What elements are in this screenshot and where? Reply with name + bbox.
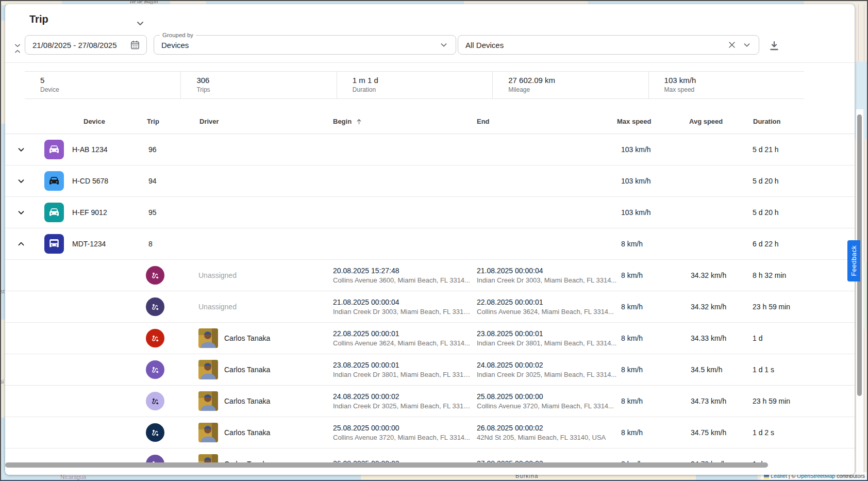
chevron-down-icon[interactable] (134, 17, 146, 29)
trip-begin: 20.08.2025 15:27:48 Collins Avenue 3600,… (333, 267, 471, 285)
column-header-driver[interactable]: Driver (199, 118, 219, 125)
trip-route-icon (146, 297, 164, 316)
trip-max-speed: 8 km/h (621, 397, 643, 405)
column-header-duration[interactable]: Duration (753, 118, 780, 125)
chevron-down-icon[interactable] (14, 207, 28, 218)
column-header-avg-speed[interactable]: Avg speed (689, 118, 723, 125)
trip-row[interactable]: Unassigned 21.08.2025 00:00:04 Indian Cr… (5, 291, 855, 323)
trip-row[interactable]: Carlos Tanaka 22.08.2025 00:00:01 Collin… (5, 323, 855, 354)
calendar-icon[interactable] (130, 40, 140, 50)
trip-end: 23.08.2025 00:00:01 Indian Creek Dr 3801… (477, 329, 617, 347)
trip-duration: 8 h 32 min (753, 271, 786, 279)
unfold-less-icon[interactable] (10, 38, 25, 59)
car-icon (47, 174, 61, 188)
end-time: 23.08.2025 00:00:01 (477, 329, 617, 338)
end-address: Collins Avenue 3720, Miami Beach, FL 331… (477, 402, 617, 410)
date-range-value: 21/08/2025 - 27/08/2025 (25, 41, 130, 49)
chevron-down-icon[interactable] (14, 144, 28, 155)
chevron-up-icon[interactable] (14, 238, 28, 250)
device-trip-count: 95 (148, 208, 157, 217)
trip-max-speed: 8 km/h (621, 334, 643, 342)
trip-end: 21.08.2025 00:00:04 Indian Creek Dr 3003… (477, 267, 617, 285)
device-row[interactable]: H-AB 1234 96 103 km/h 5 d 21 h (5, 134, 855, 165)
trip-avg-speed: 34.5 km/h (691, 366, 722, 374)
driver-name: Carlos Tanaka (224, 397, 270, 405)
column-header-max-speed[interactable]: Max speed (617, 118, 651, 125)
summary-trips: 306Trips (180, 72, 336, 98)
trip-avg-speed: 34.32 km/h (691, 271, 726, 279)
device-trip-count: 96 (148, 145, 157, 154)
trip-row[interactable]: Carlos Tanaka 23.08.2025 00:00:01 Indian… (5, 354, 855, 386)
column-header-end[interactable]: End (477, 118, 490, 125)
device-trip-count: 94 (148, 177, 157, 185)
column-header-device[interactable]: Device (84, 118, 105, 125)
chevron-down-icon[interactable] (438, 39, 449, 51)
device-name: H-CD 5678 (72, 177, 108, 185)
chevron-down-icon[interactable] (14, 175, 28, 187)
driver-name: Carlos Tanaka (224, 334, 270, 342)
trip-end: 22.08.2025 00:00:01 Collins Avenue 3624,… (477, 298, 617, 316)
begin-address: Collins Avenue 3600, Miami Beach, FL 331… (333, 276, 471, 285)
table-body: H-AB 1234 96 103 km/h 5 d 21 h H-CD 5678… (5, 134, 855, 475)
begin-address: Indian Creek Dr 3025, Miami Beach, FL 33… (333, 402, 471, 410)
trip-route-icon (146, 423, 164, 442)
chevron-down-icon[interactable] (741, 39, 753, 51)
leaflet-flag-icon (764, 475, 769, 478)
device-row[interactable]: MDT-1234 8 8 km/h 6 d 22 h (5, 228, 855, 260)
end-time: 21.08.2025 00:00:04 (477, 267, 617, 275)
summary-duration: 1 m 1 dDuration (337, 72, 492, 98)
begin-address: Indian Creek Dr 3003, Miami Beach, FL 33… (333, 308, 471, 316)
trip-row[interactable]: Carlos Tanaka 25.08.2025 00:00:00 Collin… (5, 417, 855, 449)
trip-row[interactable]: Unassigned 20.08.2025 15:27:48 Collins A… (5, 260, 855, 291)
table-header: Device Trip Driver Begin End Max speed A… (5, 109, 855, 134)
map-land-patch (464, 0, 588, 4)
device-max-speed: 103 km/h (621, 177, 651, 185)
close-icon[interactable] (727, 40, 737, 50)
driver-unassigned: Unassigned (198, 303, 237, 311)
summary-device-count: 5Device (25, 72, 180, 98)
device-row[interactable]: H-CD 5678 94 103 km/h 5 d 20 h (5, 165, 855, 197)
vertical-scrollbar (856, 109, 863, 475)
end-address: Indian Creek Dr 3801, Miami Beach, FL 33… (477, 339, 617, 347)
driver-cell: Carlos Tanaka (198, 391, 270, 411)
column-header-trip[interactable]: Trip (147, 118, 159, 125)
date-range-input[interactable]: 21/08/2025 - 27/08/2025 (25, 35, 147, 55)
end-time: 26.08.2025 00:00:02 (477, 424, 617, 433)
map-label-fragment: st (1, 289, 5, 294)
vehicle-icon (44, 171, 64, 191)
device-name: H-EF 9012 (72, 208, 107, 217)
device-name: H-AB 1234 (72, 145, 107, 154)
vehicle-icon (44, 203, 64, 222)
device-filter-select[interactable]: All Devices (458, 35, 759, 55)
trip-end: 24.08.2025 00:00:02 Indian Creek Dr 3025… (477, 361, 617, 379)
map-land-patch (0, 21, 5, 124)
toolbar-divider (5, 62, 855, 63)
driver-cell: Carlos Tanaka (198, 423, 270, 442)
begin-time: 22.08.2025 00:00:01 (333, 329, 471, 338)
grouped-by-select[interactable]: Grouped by Devices (154, 35, 456, 55)
horizontal-scrollbar (5, 462, 855, 475)
device-trip-count: 8 (148, 240, 153, 248)
begin-address: Collins Avenue 3624, Miami Beach, FL 331… (333, 339, 471, 347)
car-icon (47, 142, 61, 157)
report-panel: Trip 21/08/2025 - 27/08/2025 Grouped by … (5, 4, 855, 475)
device-duration: 5 d 21 h (753, 145, 779, 154)
end-address: Collins Avenue 3624, Miami Beach, FL 331… (477, 308, 617, 316)
feedback-button[interactable]: Feedback (847, 240, 860, 281)
trip-row[interactable]: Carlos Tanaka 24.08.2025 00:00:02 Indian… (5, 386, 855, 417)
driver-avatar (198, 423, 218, 442)
device-duration: 5 d 20 h (753, 177, 779, 185)
trip-avg-speed: 34.75 km/h (691, 428, 726, 437)
download-icon[interactable] (766, 38, 782, 54)
report-type-select[interactable]: Trip (29, 13, 48, 25)
trip-max-speed: 8 km/h (621, 303, 643, 311)
trip-avg-speed: 34.73 km/h (691, 397, 726, 405)
device-row[interactable]: H-EF 9012 95 103 km/h 5 d 20 h (5, 197, 855, 228)
map-label-ile-de-baffin: Île de Baffin (130, 0, 158, 4)
device-max-speed: 103 km/h (621, 208, 651, 217)
map-land-patch (170, 0, 206, 4)
horizontal-scrollbar-thumb[interactable] (5, 462, 768, 468)
column-header-begin[interactable]: Begin (333, 118, 363, 127)
trip-max-speed: 8 km/h (621, 366, 643, 374)
device-duration: 5 d 20 h (753, 208, 779, 217)
